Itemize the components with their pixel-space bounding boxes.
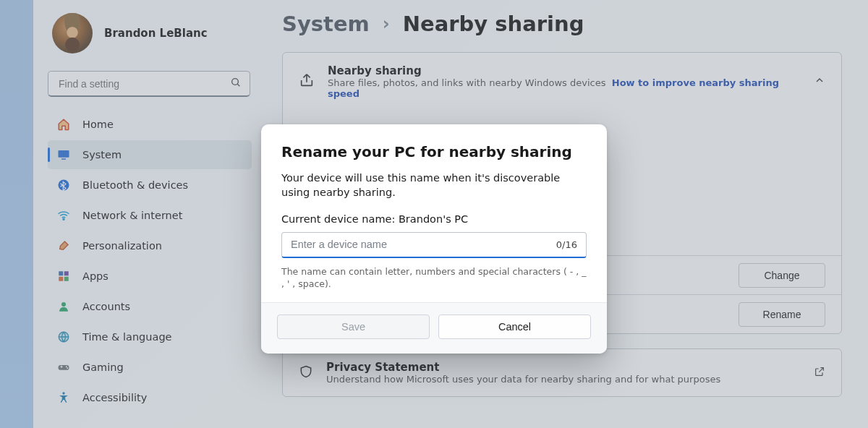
sidebar-item-gaming[interactable]: Gaming <box>48 353 252 382</box>
dialog-title: Rename your PC for nearby sharing <box>281 143 587 160</box>
device-name-field[interactable]: 0/16 <box>281 232 587 258</box>
device-name-input[interactable] <box>291 239 556 250</box>
sidebar-item-label: Accessibility <box>82 392 147 403</box>
char-counter: 0/16 <box>556 239 577 250</box>
sidebar-item-label: Accounts <box>82 301 130 312</box>
search-input[interactable] <box>48 71 250 97</box>
sidebar-item-system[interactable]: System <box>48 140 252 169</box>
breadcrumb: System › Nearby sharing <box>282 12 842 36</box>
sidebar-item-accessibility[interactable]: Accessibility <box>48 383 252 412</box>
sidebar-item-personalization[interactable]: Personalization <box>48 231 252 260</box>
globe-icon <box>56 330 71 343</box>
svg-point-4 <box>59 180 69 191</box>
gamepad-icon <box>56 361 71 374</box>
svg-point-15 <box>62 392 64 394</box>
svg-rect-7 <box>64 271 69 275</box>
chevron-right-icon: › <box>383 14 390 34</box>
save-button[interactable]: Save <box>277 314 430 339</box>
brush-icon <box>56 239 71 252</box>
sidebar: Brandon LeBlanc Home System <box>33 0 262 428</box>
sidebar-item-label: Personalization <box>82 240 162 252</box>
search-icon <box>230 77 242 91</box>
svg-point-13 <box>66 366 67 367</box>
shield-icon <box>299 364 313 382</box>
cancel-button[interactable]: Cancel <box>438 314 591 339</box>
privacy-title: Privacy Statement <box>326 361 720 374</box>
open-external-icon <box>814 366 825 380</box>
card-title: Nearby sharing <box>328 64 801 77</box>
sidebar-item-label: Home <box>82 119 114 130</box>
apps-icon <box>56 270 71 283</box>
sidebar-item-apps[interactable]: Apps <box>48 262 252 291</box>
sidebar-item-home[interactable]: Home <box>48 110 252 139</box>
svg-rect-3 <box>61 158 66 160</box>
card-header[interactable]: Nearby sharing Share files, photos, and … <box>283 53 841 111</box>
sidebar-item-label: System <box>82 149 122 160</box>
dialog-footer: Save Cancel <box>261 302 607 354</box>
privacy-row[interactable]: Privacy Statement Understand how Microso… <box>282 348 842 397</box>
sidebar-item-label: Gaming <box>82 361 124 373</box>
user-header[interactable]: Brandon LeBlanc <box>48 9 255 67</box>
svg-rect-9 <box>64 277 69 281</box>
svg-line-1 <box>237 84 239 86</box>
svg-point-5 <box>63 218 64 220</box>
page-title: Nearby sharing <box>403 12 584 36</box>
dialog-subtitle: Your device will use this name when it's… <box>281 171 587 200</box>
rename-button[interactable]: Rename <box>739 302 825 327</box>
nav: Home System Bluetooth & devices Network … <box>48 110 252 412</box>
svg-point-0 <box>232 79 239 85</box>
sidebar-item-accounts[interactable]: Accounts <box>48 292 252 321</box>
rename-dialog: Rename your PC for nearby sharing Your d… <box>261 124 607 354</box>
svg-rect-8 <box>59 277 63 281</box>
share-icon <box>299 72 315 91</box>
person-icon <box>56 300 71 313</box>
sidebar-item-network[interactable]: Network & internet <box>48 201 252 230</box>
svg-rect-2 <box>59 150 69 158</box>
breadcrumb-parent[interactable]: System <box>282 12 370 36</box>
svg-point-14 <box>67 367 68 369</box>
dialog-current-name: Current device name: Brandon's PC <box>281 213 587 225</box>
avatar <box>52 13 93 54</box>
accessibility-icon <box>56 391 71 404</box>
sidebar-item-label: Apps <box>82 270 109 282</box>
sidebar-item-time[interactable]: Time & language <box>48 322 252 351</box>
window-left-margin <box>0 0 33 428</box>
dialog-hint: The name can contain letter, numbers and… <box>281 265 587 291</box>
sidebar-item-label: Bluetooth & devices <box>82 179 188 191</box>
wifi-icon <box>56 209 71 222</box>
chevron-up-icon[interactable] <box>814 74 825 89</box>
sidebar-item-label: Network & internet <box>82 210 182 221</box>
svg-rect-6 <box>59 271 63 275</box>
bluetooth-icon <box>56 179 71 192</box>
sidebar-item-bluetooth[interactable]: Bluetooth & devices <box>48 171 252 200</box>
search-field[interactable] <box>48 71 250 97</box>
sidebar-item-label: Time & language <box>82 331 172 343</box>
card-desc: Share files, photos, and links with near… <box>328 77 801 99</box>
change-button[interactable]: Change <box>739 263 825 288</box>
privacy-desc: Understand how Microsoft uses your data … <box>326 374 720 385</box>
user-name: Brandon LeBlanc <box>104 27 208 40</box>
system-icon <box>56 148 71 161</box>
svg-point-10 <box>61 302 66 307</box>
home-icon <box>56 118 71 131</box>
